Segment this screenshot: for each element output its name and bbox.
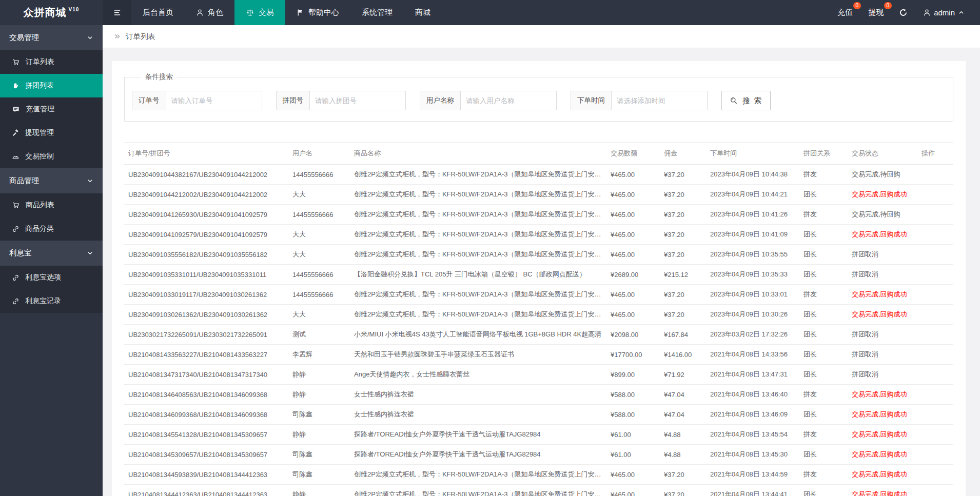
cell-order: UB2104081344593839/UB2104081344412363	[124, 465, 288, 485]
sidebar-group-trade-manage[interactable]: 交易管理	[0, 25, 103, 50]
cart-icon	[12, 58, 20, 66]
nav-item-label: 系统管理	[362, 8, 393, 17]
sidebar-group-lixibao[interactable]: 利息宝	[0, 241, 103, 266]
sidebar-item-label: 商品列表	[26, 201, 54, 210]
sidebar-item-order-list[interactable]: 订单列表	[0, 50, 103, 74]
nav-item-label: 帮助中心	[308, 8, 339, 17]
col-order: 订单号/拼团号	[124, 143, 288, 165]
search-button[interactable]: 搜 索	[721, 91, 771, 110]
sidebar-item-goods-list[interactable]: 商品列表	[0, 193, 103, 217]
cell-action	[917, 205, 953, 225]
table-header-row: 订单号/拼团号 用户名 商品名称 交易数额 佣金 下单时间 拼团关系 交易状态 …	[124, 143, 953, 165]
cell-action	[917, 485, 953, 496]
sidebar-item-lixibao-records[interactable]: 利息宝记录	[0, 289, 103, 313]
cell-commission: ¥4.88	[660, 425, 706, 445]
cell-status: 交易完成,待回购	[848, 205, 917, 225]
cell-product: 天然和田玉手链男款圆珠碧玉手串菠菜绿玉石玉器证书	[350, 345, 606, 365]
cell-relation: 拼友	[799, 425, 848, 445]
cell-relation: 拼友	[799, 465, 848, 485]
cell-user: 大大	[288, 185, 350, 205]
nav-item-roles[interactable]: 角色	[185, 0, 234, 25]
cell-user: 静静	[288, 485, 350, 496]
topbar: 众拼商城V10 后台首页角色交易帮助中心系统管理商城 充值 0 提现 0 adm…	[0, 0, 980, 25]
table-row: UB2104081344412363/UB2104081344412363静静创…	[124, 485, 953, 496]
cell-commission: ¥37.20	[660, 165, 706, 185]
cell-commission: ¥37.20	[660, 185, 706, 205]
cell-product: 创维2P定频立式柜机，型号：KFR-50LW/F2DA1A-3（限如皋地区免费送…	[350, 205, 606, 225]
sidebar-item-recharge-manage[interactable]: 充值管理	[0, 97, 103, 121]
cell-status: 交易完成,回购成功	[848, 425, 917, 445]
flag-icon	[297, 9, 304, 16]
sidebar-item-goods-category[interactable]: 商品分类	[0, 217, 103, 241]
user-name-input[interactable]	[460, 91, 557, 110]
cell-amount: ¥61.00	[606, 425, 660, 445]
cell-commission: ¥37.20	[660, 245, 706, 265]
cell-order: UB2304091044212002/UB2304091044212002	[124, 185, 288, 205]
cell-amount: ¥465.00	[606, 305, 660, 325]
sidebar-group-goods-manage[interactable]: 商品管理	[0, 168, 103, 193]
sidebar-item-label: 利息宝选项	[25, 273, 61, 282]
nav-item-home[interactable]: 后台首页	[131, 0, 185, 25]
recharge-notice-button[interactable]: 充值 0	[837, 8, 853, 17]
cell-time: 2023年04月09日 10:44:21	[706, 185, 799, 205]
link-icon	[12, 274, 19, 282]
cell-time: 2023年04月09日 10:44:38	[706, 165, 799, 185]
cell-relation: 拼友	[799, 285, 848, 305]
order-no-input[interactable]	[166, 91, 262, 110]
cell-order: UB2104081346408563/UB2104081346099368	[124, 385, 288, 405]
table-row: UB2104081347317340/UB2104081347317340静静A…	[124, 365, 953, 385]
refresh-icon	[899, 8, 908, 17]
user-menu[interactable]: admin	[923, 8, 965, 17]
cell-status: 交易完成,回购成功	[848, 305, 917, 325]
sidebar-item-label: 交易控制	[25, 152, 54, 161]
withdraw-badge: 0	[884, 2, 892, 9]
nav-item-mall[interactable]: 商城	[404, 0, 442, 25]
cell-action	[917, 305, 953, 325]
search-field-label: 下单时间	[571, 91, 611, 110]
search-field-order-time: 下单时间	[571, 91, 708, 110]
sidebar-item-lixibao-options[interactable]: 利息宝选项	[0, 266, 103, 289]
nav-item-system[interactable]: 系统管理	[350, 0, 404, 25]
cell-relation: 团长	[799, 325, 848, 345]
cell-commission: ¥4.88	[660, 445, 706, 465]
search-field-label: 订单号	[132, 91, 166, 110]
cell-time: 2023年04月09日 10:35:55	[706, 245, 799, 265]
table-row: UB2304091044212002/UB2304091044212002大大创…	[124, 185, 953, 205]
refresh-button[interactable]	[899, 8, 908, 17]
cell-time: 2021年04月08日 13:45:30	[706, 445, 799, 465]
withdraw-notice-button[interactable]: 提现 0	[868, 8, 884, 17]
cell-order: UB2104081346099368/UB2104081346099368	[124, 405, 288, 425]
cell-status: 交易完成,回购成功	[848, 465, 917, 485]
col-commission: 佣金	[660, 143, 706, 165]
cell-action	[917, 385, 953, 405]
sidebar-item-group-list[interactable]: 拼团列表	[0, 74, 103, 97]
cell-product: 创维2P定频立式柜机，型号：KFR-50LW/F2DA1A-3（限如皋地区免费送…	[350, 485, 606, 496]
cell-status: 拼团取消	[848, 345, 917, 365]
cell-amount: ¥465.00	[606, 465, 660, 485]
cell-product: 探路者/TOREADt恤女户外夏季快干速干透气运动服TAJG82984	[350, 425, 606, 445]
search-field-group-no: 拼团号	[276, 91, 406, 110]
cell-relation: 团长	[799, 445, 848, 465]
group-no-input[interactable]	[309, 91, 406, 110]
cell-amount: ¥465.00	[606, 225, 660, 245]
order-time-input[interactable]	[611, 91, 708, 110]
cell-relation: 拼友	[799, 205, 848, 225]
cell-action	[917, 185, 953, 205]
sidebar-item-withdraw-manage[interactable]: 提现管理	[0, 121, 103, 145]
cell-product: 创维2P定频立式柜机，型号：KFR-50LW/F2DA1A-3（限如皋地区免费送…	[350, 225, 606, 245]
nav-item-help[interactable]: 帮助中心	[285, 0, 350, 25]
app-logo: 众拼商城V10	[0, 0, 103, 25]
hamburger-button[interactable]	[103, 0, 131, 25]
cell-product: 【洛阳金融积分兑换】TCL 205升 三门电冰箱（星空银） BC（邮政网点配送）	[350, 265, 606, 285]
nav-item-trade[interactable]: 交易	[234, 0, 285, 25]
topbar-right: 充值 0 提现 0 admin	[837, 0, 980, 25]
chevron-down-icon	[87, 250, 93, 256]
cell-user: 14455556666	[288, 205, 350, 225]
cell-commission: ¥37.20	[660, 205, 706, 225]
cell-user: 司陈鑫	[288, 445, 350, 465]
recharge-badge: 0	[853, 2, 861, 9]
cell-time: 2023年04月09日 10:35:33	[706, 265, 799, 285]
main-nav: 后台首页角色交易帮助中心系统管理商城	[131, 0, 442, 25]
sidebar-item-trade-control[interactable]: 交易控制	[0, 145, 103, 168]
cell-product: 女士性感内裤连衣裙	[350, 405, 606, 425]
